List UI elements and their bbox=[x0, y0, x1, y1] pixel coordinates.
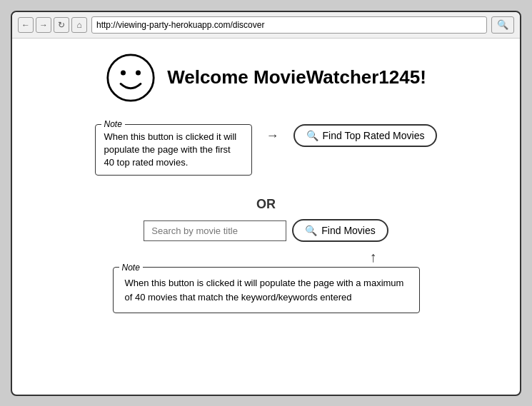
find-movies-button[interactable]: 🔍 Find Movies bbox=[292, 219, 388, 242]
nav-buttons: ← → ↻ ⌂ bbox=[18, 17, 87, 33]
search-icon-top: 🔍 bbox=[306, 130, 318, 141]
note-label-bottom: Note bbox=[119, 261, 143, 274]
search-input[interactable] bbox=[144, 220, 286, 241]
page-header: Welcome MovieWatcher1245! bbox=[106, 53, 426, 103]
back-button[interactable]: ← bbox=[18, 17, 34, 33]
svg-point-2 bbox=[136, 70, 141, 75]
search-icon-find: 🔍 bbox=[305, 225, 317, 236]
home-button[interactable]: ⌂ bbox=[71, 17, 87, 33]
note-box-bottom: Note When this button is clicked it will… bbox=[113, 267, 420, 313]
address-bar[interactable] bbox=[91, 16, 487, 34]
svg-point-1 bbox=[121, 70, 126, 75]
find-top-rated-button[interactable]: 🔍 Find Top Rated Movies bbox=[293, 124, 438, 147]
browser-search-button[interactable]: 🔍 bbox=[491, 16, 514, 34]
arrow-right-icon: → bbox=[266, 128, 279, 143]
browser-content: Welcome MovieWatcher1245! Note When this… bbox=[12, 39, 520, 395]
note-box-top: Note When this button is clicked it will… bbox=[95, 124, 252, 176]
svg-point-0 bbox=[108, 54, 154, 100]
or-divider: OR bbox=[256, 197, 276, 212]
search-row: 🔍 Find Movies bbox=[144, 219, 388, 242]
top-rated-section: Note When this button is clicked it will… bbox=[34, 124, 498, 176]
search-section: 🔍 Find Movies ↑ Note When this button is… bbox=[34, 219, 498, 313]
note-label-top: Note bbox=[101, 118, 125, 131]
browser-window: ← → ↻ ⌂ 🔍 Welcome MovieWatcher1245! Note… bbox=[11, 11, 521, 396]
welcome-heading: Welcome MovieWatcher1245! bbox=[167, 66, 426, 88]
find-top-rated-label: Find Top Rated Movies bbox=[323, 130, 425, 141]
arrow-up-container: ↑ bbox=[120, 249, 413, 265]
find-movies-label: Find Movies bbox=[321, 225, 375, 236]
smiley-icon bbox=[106, 53, 156, 103]
note-text-top: When this button is clicked it will popu… bbox=[104, 131, 237, 168]
refresh-button[interactable]: ↻ bbox=[54, 17, 69, 33]
forward-button[interactable]: → bbox=[36, 17, 51, 33]
browser-toolbar: ← → ↻ ⌂ 🔍 bbox=[12, 12, 520, 39]
note-text-bottom: When this button is clicked it will popu… bbox=[125, 278, 404, 303]
arrow-up-icon: ↑ bbox=[370, 249, 377, 265]
